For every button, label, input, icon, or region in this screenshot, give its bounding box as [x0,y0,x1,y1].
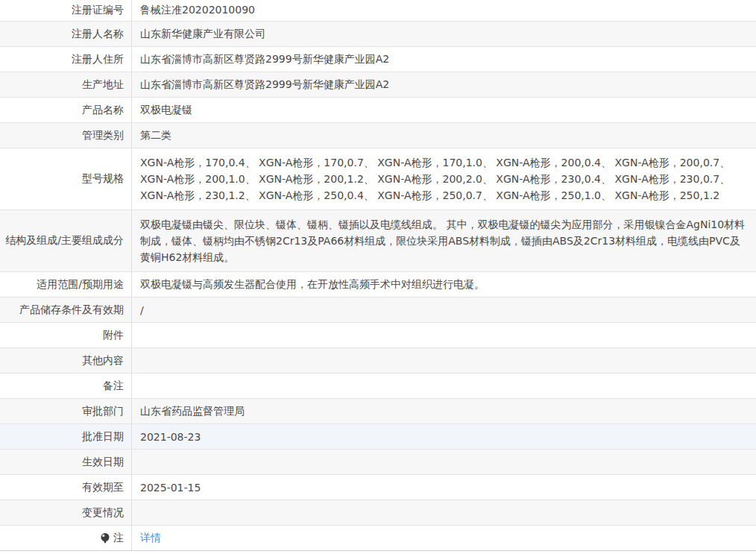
field-value: 山东新华健康产业有限公司 [132,22,756,46]
field-label: 产品储存条件及有效期 [0,298,132,322]
field-value-text: 山东省淄博市高新区尊贤路2999号新华健康产业园A2 [140,53,389,66]
field-value-text: 双极电凝镊由镊尖、限位块、镊体、镊柄、镊插以及电缆线组成。 其中，双极电凝镊的镊… [140,216,746,265]
field-label-text: 注册人名称 [72,28,124,41]
field-label-text: 注册人住所 [72,53,124,66]
table-row: 附件 [0,323,756,348]
field-label: 有效期至 [0,475,132,500]
field-value-text: 双极电凝镊与高频发生器配合使用，在开放性高频手术中对组织进行电凝。 [140,278,485,292]
field-value-text: 2025-01-15 [140,482,201,494]
field-label-text: 结构及组成/主要组成成分 [5,234,124,248]
field-value [132,348,756,373]
table-row: 批准日期 2021-08-23 [0,424,756,450]
field-value-text: 2021-08-23 [140,431,201,443]
table-row: 适用范围/预期用途 双极电凝镊与高频发生器配合使用，在开放性高频手术中对组织进行… [0,272,756,298]
field-label-text: 注 [113,532,124,545]
field-label: 注 [0,526,132,550]
field-value-text: 山东省淄博市高新区尊贤路2999号新华健康产业园A2 [140,78,389,92]
field-label-text: 附件 [103,329,124,342]
table-row: 变更情况 [0,500,756,526]
table-row: 注册人名称 山东新华健康产业有限公司 [0,22,756,47]
table-row: 注册人住所 山东省淄博市高新区尊贤路2999号新华健康产业园A2 [0,47,756,72]
field-value: 2021-08-23 [132,424,756,449]
field-value: 鲁械注准20202010090 [132,0,756,21]
field-label: 管理类别 [0,123,132,148]
field-label: 适用范围/预期用途 [0,272,132,297]
field-label-text: 有效期至 [82,481,124,494]
field-label: 批准日期 [0,424,132,449]
field-value [132,374,756,398]
field-value: 详情 [132,526,756,550]
field-label-text: 备注 [103,380,124,393]
field-label: 其他内容 [0,348,132,373]
field-label: 附件 [0,323,132,347]
field-value [132,500,756,525]
field-label-text: 注册证编号 [72,4,124,17]
field-value [132,323,756,347]
field-label: 生产地址 [0,72,132,97]
field-label: 生效日期 [0,450,132,474]
field-label: 型号规格 [0,148,132,210]
table-row: 有效期至 2025-01-15 [0,475,756,500]
field-label-text: 管理类别 [82,129,124,142]
table-row: 其他内容 [0,348,756,374]
field-label: 结构及组成/主要组成成分 [0,210,132,271]
field-value: 山东省淄博市高新区尊贤路2999号新华健康产业园A2 [132,47,756,72]
field-value: 2025-01-15 [132,475,756,500]
table-row: 产品名称 双极电凝镊 [0,98,756,123]
field-value-text: XGN-A枪形，170,0.4、 XGN-A枪形，170,0.7、 XGN-A枪… [140,154,746,204]
field-label-text: 生效日期 [82,456,124,469]
table-row: 注 详情 [0,526,756,551]
table-row: 结构及组成/主要组成成分 双极电凝镊由镊尖、限位块、镊体、镊柄、镊插以及电缆线组… [0,210,756,272]
field-label-text: 其他内容 [82,354,124,368]
field-value: 山东省淄博市高新区尊贤路2999号新华健康产业园A2 [132,72,756,97]
field-value: 双极电凝镊 [132,98,756,122]
field-value-text: 双极电凝镊 [140,104,192,117]
field-value: 第二类 [132,123,756,148]
field-value: XGN-A枪形，170,0.4、 XGN-A枪形，170,0.7、 XGN-A枪… [132,148,756,210]
field-value-text: 鲁械注准20202010090 [140,4,255,17]
table-row: 生产地址 山东省淄博市高新区尊贤路2999号新华健康产业园A2 [0,72,756,98]
field-label-text: 变更情况 [82,506,124,520]
field-label-text: 生产地址 [82,78,124,92]
field-value: 山东省药品监督管理局 [132,399,756,424]
field-label-text: 产品储存条件及有效期 [19,303,124,317]
note-bulb-icon [100,532,110,544]
field-label-text: 型号规格 [82,172,124,186]
field-value: / [132,298,756,322]
field-label-text: 适用范围/预期用途 [37,278,124,292]
detail-link[interactable]: 详情 [140,532,161,545]
field-value-text: / [140,304,144,316]
field-label-text: 审批部门 [82,405,124,418]
field-value [132,450,756,474]
table-row: 注册证编号 鲁械注准20202010090 [0,0,756,22]
field-value-text: 第二类 [140,129,171,142]
field-value-text: 山东新华健康产业有限公司 [140,28,265,41]
field-label-text: 产品名称 [82,104,124,117]
field-label: 审批部门 [0,399,132,424]
field-value: 双极电凝镊由镊尖、限位块、镊体、镊柄、镊插以及电缆线组成。 其中，双极电凝镊的镊… [132,210,756,271]
field-label: 产品名称 [0,98,132,122]
field-value-text: 山东省药品监督管理局 [140,405,245,418]
table-row: 备注 [0,374,756,399]
table-row: 生效日期 [0,450,756,475]
field-label: 备注 [0,374,132,398]
field-label: 变更情况 [0,500,132,525]
field-value: 双极电凝镊与高频发生器配合使用，在开放性高频手术中对组织进行电凝。 [132,272,756,297]
field-label: 注册人名称 [0,22,132,46]
table-row: 型号规格 XGN-A枪形，170,0.4、 XGN-A枪形，170,0.7、 X… [0,148,756,210]
registration-detail-table: 注册证编号 鲁械注准20202010090 注册人名称 山东新华健康产业有限公司… [0,0,756,551]
field-label: 注册证编号 [0,0,132,21]
table-row: 产品储存条件及有效期 / [0,298,756,323]
field-label-text: 批准日期 [82,430,124,444]
field-label: 注册人住所 [0,47,132,72]
table-row: 管理类别 第二类 [0,123,756,148]
table-row: 审批部门 山东省药品监督管理局 [0,399,756,424]
